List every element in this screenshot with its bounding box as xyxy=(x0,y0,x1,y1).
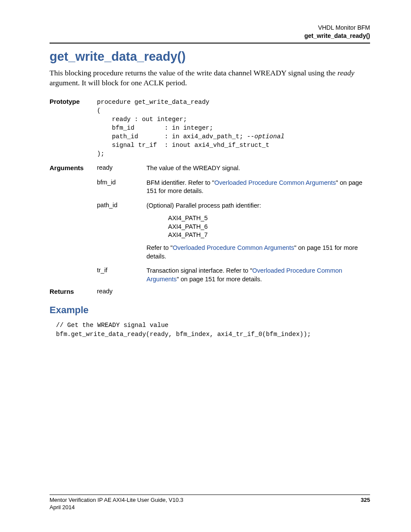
arguments-body: ready The value of the WREADY signal. bf… xyxy=(97,164,370,288)
prototype-code: procedure get_write_data_ready ( ready :… xyxy=(97,98,370,158)
intro-paragraph: This blocking procedure returns the valu… xyxy=(50,68,370,88)
example-code: // Get the WREADY signal value bfm.get_w… xyxy=(56,321,370,339)
proto-l1: procedure get_write_data_ready xyxy=(97,99,209,106)
header-line1: VHDL Monitor BFM xyxy=(50,24,370,32)
page-header-right: VHDL Monitor BFM get_write_data_ready() xyxy=(50,24,370,40)
arguments-section: Arguments ready The value of the WREADY … xyxy=(50,164,370,288)
arg-text: " on page 151 for more details. xyxy=(177,276,262,283)
path-item: AXI4_PATH_6 xyxy=(168,223,370,231)
proto-l5b: --optional xyxy=(247,133,284,140)
ex-l1: // Get the WREADY signal value xyxy=(56,322,168,329)
link-common-args[interactable]: Overloaded Procedure Common Arguments xyxy=(173,244,294,251)
link-common-args[interactable]: Overloaded Procedure Common Arguments xyxy=(214,179,336,186)
arg-desc: BFM identifier. Refer to "Overloaded Pro… xyxy=(146,179,370,196)
arg-desc: The value of the WREADY signal. xyxy=(146,164,370,173)
ex-l2: bfm.get_write_data_ready(ready, bfm_inde… xyxy=(56,331,311,338)
proto-l4: bfm_id : in integer; xyxy=(97,124,213,131)
arg-row-trif: tr_if Transaction signal interface. Refe… xyxy=(97,267,370,283)
arg-text: Transaction signal interface. Refer to " xyxy=(146,267,252,274)
header-line2: get_write_data_ready() xyxy=(50,32,370,40)
prototype-section: Prototype procedure get_write_data_ready… xyxy=(50,98,370,158)
arg-row-bfmid: bfm_id BFM identifier. Refer to "Overloa… xyxy=(97,179,370,196)
footer-row: Mentor Verification IP AE AXI4-Lite User… xyxy=(50,497,370,503)
intro-ital: ready xyxy=(337,68,354,77)
arg-text: BFM identifier. Refer to " xyxy=(146,179,214,186)
arg-name: path_id xyxy=(97,202,146,261)
arg-name: ready xyxy=(97,164,146,173)
path-item: AXI4_PATH_7 xyxy=(168,231,370,240)
intro-pre: This blocking procedure returns the valu… xyxy=(50,68,337,77)
prototype-label: Prototype xyxy=(50,98,97,105)
proto-l6: signal tr_if : inout axi4_vhd_if_struct_… xyxy=(97,142,269,149)
arg-row-pathid: path_id (Optional) Parallel process path… xyxy=(97,202,370,261)
page-footer: Mentor Verification IP AE AXI4-Lite User… xyxy=(50,491,370,510)
arg-desc: Transaction signal interface. Refer to "… xyxy=(146,267,370,283)
path-item: AXI4_PATH_5 xyxy=(168,214,370,223)
path-list: AXI4_PATH_5 AXI4_PATH_6 AXI4_PATH_7 xyxy=(168,214,370,240)
arg-text: Refer to " xyxy=(146,244,173,251)
page-title: get_write_data_ready() xyxy=(50,50,370,64)
example-heading: Example xyxy=(50,305,370,316)
arguments-label: Arguments xyxy=(50,164,97,171)
proto-l7: ); xyxy=(97,150,104,157)
returns-label: Returns xyxy=(50,288,97,295)
arg-name: bfm_id xyxy=(97,179,146,196)
footer-date: April 2014 xyxy=(50,504,370,510)
arg-name: tr_if xyxy=(97,267,146,283)
footer-left: Mentor Verification IP AE AXI4-Lite User… xyxy=(50,497,183,503)
proto-l3: ready : out integer; xyxy=(97,116,187,123)
arg-text: (Optional) Parallel process path identif… xyxy=(146,202,370,210)
proto-l2: ( xyxy=(97,107,101,114)
header-rule xyxy=(50,43,370,44)
intro-post: argument. It will block for one ACLK per… xyxy=(50,78,187,87)
returns-section: Returns ready xyxy=(50,288,370,295)
returns-value: ready xyxy=(97,288,146,295)
arg-row-ready: ready The value of the WREADY signal. xyxy=(97,164,370,173)
footer-page: 325 xyxy=(361,497,370,503)
arg-text-refer: Refer to "Overloaded Procedure Common Ar… xyxy=(146,244,370,261)
arg-desc: (Optional) Parallel process path identif… xyxy=(146,202,370,261)
proto-l5a: path_id : in axi4_adv_path_t; xyxy=(97,133,247,140)
footer-rule xyxy=(50,495,370,495)
